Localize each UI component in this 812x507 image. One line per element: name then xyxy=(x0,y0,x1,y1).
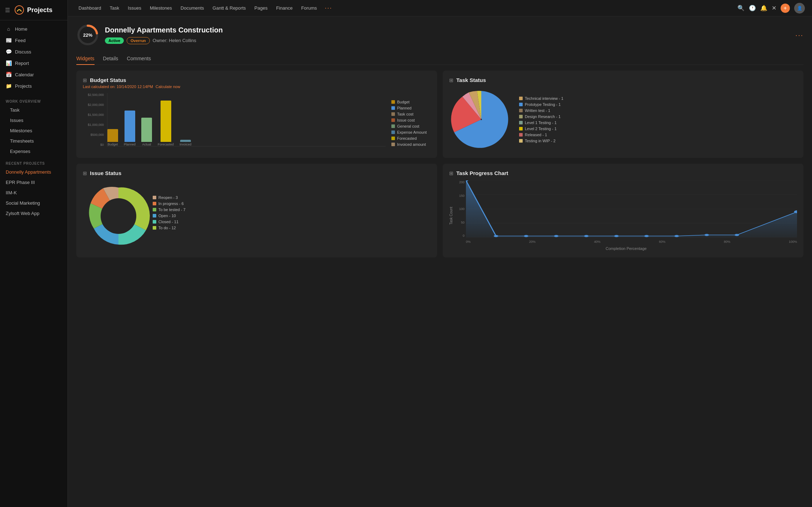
status-overrun-badge: Overrun xyxy=(127,37,150,44)
sidebar-timesheets-label: Timesheets xyxy=(10,138,34,144)
progress-widget-header: ⊞ Task Progress Chart xyxy=(449,170,797,176)
task-status-area: Technical interview - 1 Prototype Testin… xyxy=(449,87,797,152)
recent-donnelly-label: Donnelly Appartments xyxy=(6,169,51,175)
issue-status-area: Reopen - 3 In progress - 6 To be tested … xyxy=(83,180,431,245)
nav-forums[interactable]: Forums xyxy=(298,3,320,13)
recent-item-iimk[interactable]: IIM-K xyxy=(0,188,67,198)
sidebar-item-issues[interactable]: Issues xyxy=(0,115,67,126)
sidebar-item-report[interactable]: 📊 Report xyxy=(0,57,67,69)
progress-widget-title: Task Progress Chart xyxy=(456,170,508,176)
discuss-icon: 💬 xyxy=(6,49,11,55)
sidebar-header: ☰ Projects xyxy=(0,0,67,20)
calendar-icon: 📅 xyxy=(6,72,11,77)
search-icon[interactable]: 🔍 xyxy=(737,5,745,11)
recent-zylsoft-label: Zylsoft Web App xyxy=(6,211,39,216)
status-active-badge: Active xyxy=(105,37,124,44)
progress-y-label: Task Count xyxy=(449,207,453,225)
nav-documents[interactable]: Documents xyxy=(177,3,208,13)
svg-point-3 xyxy=(481,119,482,120)
app-title: Projects xyxy=(27,6,52,14)
progress-x-label: Completion Percentage xyxy=(606,246,647,251)
sidebar-item-calendar[interactable]: 📅 Calendar xyxy=(0,69,67,80)
budget-widget-header: ⊞ Budget Status xyxy=(83,77,431,83)
project-header: 22% Donnelly Apartments Construction Act… xyxy=(76,24,803,46)
tab-widgets[interactable]: Widgets xyxy=(76,53,95,65)
progress-circle: 22% xyxy=(76,24,99,46)
nav-gantt[interactable]: Gantt & Reports xyxy=(209,3,249,13)
budget-bar-chart: $2,500,000 $2,000,000 $1,500,000 $1,000,… xyxy=(83,93,386,147)
sidebar-nav: ⌂ Home 📰 Feed 💬 Discuss 📊 Report 📅 Calen… xyxy=(0,20,67,94)
sidebar-item-milestones[interactable]: Milestones xyxy=(0,126,67,136)
task-status-widget: ⊞ Task Status xyxy=(443,71,803,158)
avatar[interactable]: 👤 xyxy=(794,3,805,14)
sidebar-item-task[interactable]: Task xyxy=(0,105,67,115)
nav-milestones[interactable]: Milestones xyxy=(146,3,176,13)
svg-point-17 xyxy=(644,235,649,237)
nav-finance[interactable]: Finance xyxy=(273,3,296,13)
recent-item-social[interactable]: Social Marketing xyxy=(0,198,67,208)
widgets-grid: ⊞ Budget Status Last calculated on: 10/1… xyxy=(76,71,803,257)
calculate-now-link[interactable]: Calculate now xyxy=(156,84,180,89)
nav-issues[interactable]: Issues xyxy=(124,3,145,13)
task-widget-title: Task Status xyxy=(456,77,486,83)
topnav-right: 🔍 🕐 🔔 ✕ + 👤 xyxy=(737,3,805,14)
tabs: Widgets Details Comments xyxy=(76,53,803,65)
budget-chart-area: $2,500,000 $2,000,000 $1,500,000 $1,000,… xyxy=(83,93,431,147)
nav-more-icon[interactable]: ··· xyxy=(322,4,335,12)
issue-donut-legend: Reopen - 3 In progress - 6 To be tested … xyxy=(153,195,186,230)
sidebar-item-feed[interactable]: 📰 Feed xyxy=(0,35,67,46)
tab-details[interactable]: Details xyxy=(103,53,118,65)
sidebar-item-discuss[interactable]: 💬 Discuss xyxy=(0,46,67,57)
svg-point-13 xyxy=(524,235,528,237)
feed-icon: 📰 xyxy=(6,37,11,43)
projects-icon: 📁 xyxy=(6,83,11,89)
budget-status-widget: ⊞ Budget Status Last calculated on: 10/1… xyxy=(76,71,437,158)
work-overview-label: WORK OVERVIEW xyxy=(0,94,67,105)
bell-icon[interactable]: 🔔 xyxy=(760,5,767,11)
close-icon[interactable]: ✕ xyxy=(772,5,776,11)
add-button[interactable]: + xyxy=(781,4,790,13)
sidebar-item-report-label: Report xyxy=(15,61,29,66)
sidebar-logo xyxy=(14,5,24,15)
task-grid-icon: ⊞ xyxy=(449,77,453,83)
progress-chart-container: Task Count 200 150 100 50 0 xyxy=(449,180,797,251)
issue-grid-icon: ⊞ xyxy=(83,170,87,176)
work-overview-section: Task Issues Milestones Timesheets Expens… xyxy=(0,105,67,157)
budget-grid-icon: ⊞ xyxy=(83,77,87,83)
recent-iimk-label: IIM-K xyxy=(6,190,17,195)
recent-item-zylsoft[interactable]: Zylsoft Web App xyxy=(0,208,67,219)
sidebar: ☰ Projects ⌂ Home 📰 Feed 💬 Discuss 📊 Rep… xyxy=(0,0,68,507)
sidebar-item-expenses[interactable]: Expenses xyxy=(0,146,67,157)
recent-epr-label: EPR Phase III xyxy=(6,180,35,185)
report-icon: 📊 xyxy=(6,60,11,66)
project-menu-icon[interactable]: ··· xyxy=(795,31,803,39)
sidebar-item-discuss-label: Discuss xyxy=(15,49,31,55)
progress-grid-icon: ⊞ xyxy=(449,170,453,176)
svg-point-12 xyxy=(494,235,498,237)
recent-item-donnelly[interactable]: Donnelly Appartments xyxy=(0,167,67,177)
issue-widget-header: ⊞ Issue Status xyxy=(83,170,431,176)
recent-projects-label: RECENT PROJECTS xyxy=(0,157,67,167)
budget-widget-subtitle: Last calculated on: 10/14/2020 12:14PM C… xyxy=(83,84,431,89)
svg-point-15 xyxy=(584,235,589,237)
progress-label: 22% xyxy=(83,32,92,38)
svg-point-4 xyxy=(101,198,136,234)
sidebar-item-projects[interactable]: 📁 Projects xyxy=(0,80,67,92)
recent-item-epr[interactable]: EPR Phase III xyxy=(0,177,67,188)
nav-pages[interactable]: Pages xyxy=(251,3,271,13)
svg-point-18 xyxy=(674,235,679,237)
clock-icon[interactable]: 🕐 xyxy=(749,5,756,11)
sidebar-item-feed-label: Feed xyxy=(15,38,26,43)
nav-dashboard[interactable]: Dashboard xyxy=(75,3,105,13)
tab-comments[interactable]: Comments xyxy=(127,53,151,65)
task-progress-widget: ⊞ Task Progress Chart Task Count 200 xyxy=(443,164,803,257)
sidebar-item-home-label: Home xyxy=(15,26,27,32)
sidebar-milestones-label: Milestones xyxy=(10,128,32,133)
sidebar-item-home[interactable]: ⌂ Home xyxy=(0,23,67,35)
recent-social-label: Social Marketing xyxy=(6,200,40,206)
hamburger-icon[interactable]: ☰ xyxy=(5,7,10,14)
task-pie-chart xyxy=(449,87,513,152)
sidebar-item-timesheets[interactable]: Timesheets xyxy=(0,136,67,146)
main-area: Dashboard Task Issues Milestones Documen… xyxy=(68,0,812,507)
nav-task[interactable]: Task xyxy=(106,3,123,13)
